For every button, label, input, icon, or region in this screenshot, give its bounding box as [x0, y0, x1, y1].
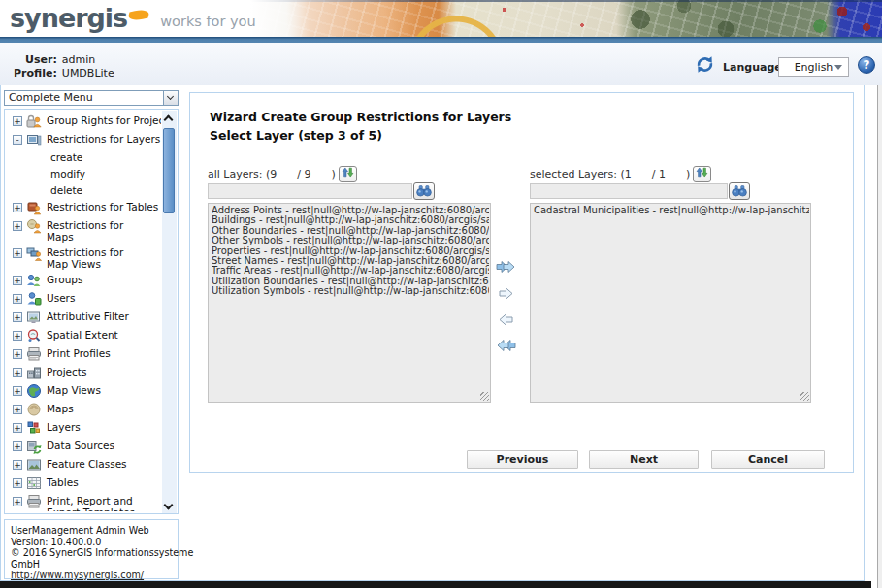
sort-up-down-icon	[696, 166, 708, 181]
expand-icon[interactable]: +	[13, 294, 22, 304]
resize-grip-icon[interactable]	[800, 392, 809, 401]
window-scroll-gutter[interactable]	[878, 85, 882, 588]
projects-icon	[26, 365, 43, 380]
user-bar: User: admin Profile: UMDBLite Language: …	[0, 43, 882, 85]
app-version: Version: 10.400.0.0	[11, 537, 176, 548]
selected-layers-filter-input[interactable]	[530, 183, 728, 199]
sidebar-item[interactable]: +Print Profiles	[13, 346, 161, 362]
move-all-left-icon	[496, 343, 516, 357]
expand-icon[interactable]: +	[13, 221, 22, 231]
next-button[interactable]: Next	[589, 450, 699, 469]
sidebar-item-label: Restrictions for Tables	[47, 200, 158, 213]
users-icon	[26, 291, 43, 307]
sort-layers-button[interactable]	[339, 166, 357, 182]
sidebar-subitem[interactable]: create	[50, 150, 161, 164]
layers-icon	[26, 420, 43, 436]
expand-icon[interactable]: +	[13, 203, 22, 212]
sidebar-subitem[interactable]: modify	[50, 167, 161, 180]
sidebar-item-label: Feature Classes	[47, 457, 127, 471]
language-select[interactable]: English	[778, 57, 849, 77]
binoculars-icon	[731, 182, 748, 201]
restrictions-map-views-icon	[26, 245, 43, 261]
expand-icon[interactable]: +	[13, 441, 22, 451]
expand-icon[interactable]: +	[13, 478, 22, 488]
expand-icon[interactable]: +	[13, 312, 22, 322]
scroll-down-icon[interactable]	[164, 501, 174, 510]
all-layers-listbox[interactable]: Address Points - rest|null@http://w-lap-…	[208, 203, 491, 403]
sort-selected-button[interactable]	[693, 166, 711, 182]
sidebar-item[interactable]: +Spatial Extent	[13, 328, 161, 343]
all-layers-counts: (9 / 9 )	[266, 168, 336, 180]
move-all-right-button[interactable]	[494, 258, 517, 279]
bottom-status-bar	[0, 581, 871, 588]
sidebar-item-label: Layers	[47, 420, 81, 434]
expand-icon[interactable]: +	[13, 331, 22, 341]
sidebar-item-label: Projects	[47, 365, 86, 378]
sort-up-down-icon	[342, 166, 354, 181]
expand-icon[interactable]: +	[13, 423, 22, 433]
sidebar-item-label: Groups	[47, 273, 82, 286]
move-left-button[interactable]	[494, 310, 517, 332]
user-label: User:	[14, 53, 57, 66]
sidebar-item[interactable]: +Feature Classes	[13, 457, 161, 473]
sidebar-item[interactable]: +Attributive Filter	[13, 310, 161, 325]
wizard-title: Wizard Create Group Restrictions for Lay…	[210, 110, 511, 124]
layer-list-item[interactable]: Cadastral Municipalities - rest|null@htt…	[534, 206, 809, 215]
move-right-button[interactable]	[494, 284, 517, 306]
sidebar-item[interactable]: +Restrictions for Tables	[13, 200, 161, 215]
sidebar-item[interactable]: +Restrictions for Maps	[13, 218, 161, 243]
expand-icon[interactable]: +	[13, 248, 22, 258]
sidebar-item[interactable]: +Print, Report and Export Templates	[13, 494, 161, 511]
sidebar-item-label: Restrictions for Maps	[47, 218, 123, 243]
menu-mode-select[interactable]: Complete Menu	[4, 90, 179, 106]
search-selected-button[interactable]	[729, 182, 750, 200]
collapse-icon[interactable]: -	[13, 135, 22, 145]
expand-icon[interactable]: +	[13, 276, 22, 285]
sidebar-item[interactable]: +Users	[13, 291, 161, 307]
expand-icon[interactable]: +	[13, 460, 22, 470]
sidebar-item[interactable]: +Map Views	[13, 383, 161, 399]
refresh-icon[interactable]	[696, 55, 715, 75]
group-rights-icon	[26, 114, 43, 129]
previous-button[interactable]: Previous	[467, 450, 578, 469]
language-label: Language:	[723, 61, 786, 74]
layer-list-item[interactable]: Utilization Symbols - rest|null@http://w…	[212, 286, 489, 296]
resize-grip-icon[interactable]	[480, 392, 489, 401]
sidebar-item-label: Print Profiles	[47, 346, 111, 360]
expand-icon[interactable]: +	[13, 349, 22, 359]
sidebar-item-label: Group Rights for Projects	[47, 114, 161, 127]
sidebar-item[interactable]: +Restrictions for Map Views	[13, 245, 161, 270]
scroll-up-icon[interactable]	[164, 115, 174, 125]
expand-icon[interactable]: +	[13, 368, 22, 377]
sidebar-subitem[interactable]: delete	[50, 183, 161, 197]
all-layers-filter-input[interactable]	[208, 183, 412, 199]
expand-icon[interactable]: +	[13, 405, 22, 414]
selected-layers-listbox[interactable]: Cadastral Municipalities - rest|null@htt…	[530, 203, 811, 403]
scrollbar-thumb[interactable]	[163, 128, 175, 213]
search-layers-button[interactable]	[413, 182, 435, 200]
expand-icon[interactable]: +	[13, 497, 22, 506]
expand-icon[interactable]: +	[13, 386, 22, 396]
move-all-left-button[interactable]	[494, 337, 517, 358]
cancel-button[interactable]: Cancel	[711, 450, 825, 469]
sidebar-item[interactable]: +Group Rights for Projects	[13, 114, 161, 129]
synergis-logo: synergis	[10, 1, 127, 36]
expand-icon[interactable]: +	[13, 116, 22, 126]
binoculars-icon	[415, 182, 433, 201]
tree-scrollbar[interactable]	[162, 111, 177, 513]
sidebar-item[interactable]: +Layers	[13, 420, 161, 436]
tables-icon	[26, 475, 43, 491]
synergis-link[interactable]: http://www.mysynergis.com/	[11, 570, 144, 580]
help-icon[interactable]: ?	[858, 56, 875, 74]
sidebar-item[interactable]: +Projects	[13, 365, 161, 380]
chevron-down-icon[interactable]	[163, 91, 178, 105]
profile-value: UMDBLite	[62, 67, 114, 80]
sidebar-item[interactable]: +Groups	[13, 273, 161, 288]
sidebar-item[interactable]: -Restrictions for Layers	[13, 132, 161, 147]
move-right-icon	[497, 290, 515, 305]
sidebar-item[interactable]: +Maps	[13, 402, 161, 417]
attributive-filter-icon	[26, 310, 43, 325]
user-info: User: admin Profile: UMDBLite	[14, 53, 114, 80]
sidebar-item[interactable]: +Data Sources	[13, 439, 161, 454]
sidebar-item[interactable]: +Tables	[13, 475, 161, 491]
